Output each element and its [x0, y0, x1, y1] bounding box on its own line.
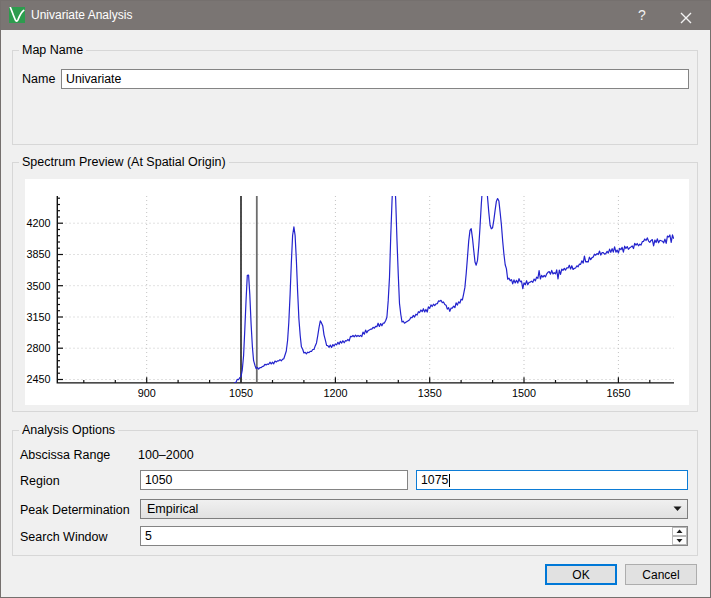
svg-text:3150: 3150 [26, 311, 50, 323]
svg-text:1650: 1650 [606, 387, 630, 399]
svg-text:4200: 4200 [26, 217, 50, 229]
svg-text:3500: 3500 [26, 280, 50, 292]
svg-text:1200: 1200 [323, 387, 347, 399]
svg-text:1050: 1050 [229, 387, 253, 399]
svg-text:2800: 2800 [26, 342, 50, 354]
svg-text:900: 900 [138, 387, 156, 399]
svg-text:3850: 3850 [26, 248, 50, 260]
svg-text:1350: 1350 [418, 387, 442, 399]
svg-text:1500: 1500 [512, 387, 536, 399]
svg-text:2450: 2450 [26, 373, 50, 385]
